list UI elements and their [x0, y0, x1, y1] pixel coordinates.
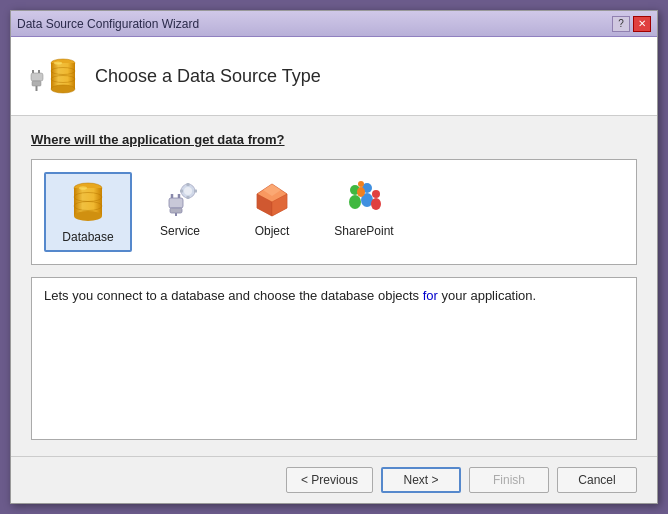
svg-point-42: [372, 190, 380, 198]
help-button[interactable]: ?: [612, 16, 630, 32]
database-label: Database: [62, 230, 113, 244]
database-icon: [69, 180, 107, 224]
object-label: Object: [255, 224, 290, 238]
wizard-window: Data Source Configuration Wizard ? ✕: [10, 10, 658, 504]
datasource-database[interactable]: Database: [44, 172, 132, 252]
title-bar: Data Source Configuration Wizard ? ✕: [11, 11, 657, 37]
svg-point-13: [54, 62, 62, 65]
close-button[interactable]: ✕: [633, 16, 651, 32]
svg-point-21: [79, 186, 87, 190]
wizard-footer: < Previous Next > Finish Cancel: [11, 456, 657, 503]
svg-rect-29: [187, 183, 190, 186]
question-label: Where will the application get data from…: [31, 132, 637, 147]
datasource-object[interactable]: Object: [228, 172, 316, 252]
next-button[interactable]: Next >: [381, 467, 461, 493]
wizard-header: Choose a Data Source Type: [11, 37, 657, 116]
svg-point-18: [74, 211, 102, 221]
sharepoint-icon: [345, 180, 383, 218]
datasource-service[interactable]: Service: [136, 172, 224, 252]
wizard-title: Choose a Data Source Type: [95, 66, 321, 87]
wizard-main: Where will the application get data from…: [11, 116, 657, 456]
finish-button: Finish: [469, 467, 549, 493]
svg-point-43: [371, 198, 381, 210]
service-label: Service: [160, 224, 200, 238]
window-title: Data Source Configuration Wizard: [17, 17, 199, 31]
svg-rect-25: [170, 208, 182, 213]
svg-rect-0: [31, 73, 43, 81]
svg-point-39: [349, 195, 361, 209]
svg-rect-3: [32, 81, 41, 86]
cancel-button[interactable]: Cancel: [557, 467, 637, 493]
svg-rect-22: [169, 198, 183, 208]
title-bar-buttons: ? ✕: [612, 16, 651, 32]
datasource-panel: Database: [31, 159, 637, 265]
datasource-sharepoint[interactable]: SharePoint: [320, 172, 408, 252]
sharepoint-label: SharePoint: [334, 224, 393, 238]
svg-point-45: [357, 187, 365, 197]
previous-button[interactable]: < Previous: [286, 467, 373, 493]
svg-rect-31: [180, 190, 183, 193]
wizard-content: Choose a Data Source Type Where will the…: [11, 37, 657, 503]
header-database-icon: [29, 51, 79, 101]
svg-rect-30: [187, 196, 190, 199]
service-icon: [161, 180, 199, 218]
object-icon: [253, 180, 291, 218]
svg-rect-32: [194, 190, 197, 193]
description-panel: Lets you connect to a database and choos…: [31, 277, 637, 440]
svg-point-44: [358, 181, 364, 187]
svg-point-28: [184, 187, 192, 195]
